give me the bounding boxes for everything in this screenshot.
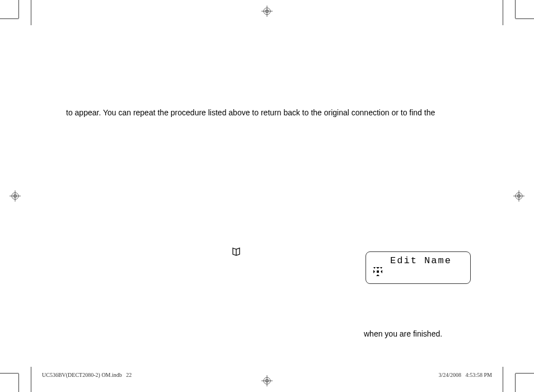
display-title: Edit Name: [372, 255, 470, 266]
footer-filename: UC536BV(DECT2080-2) OM.indb: [42, 372, 122, 378]
svg-marker-28: [380, 267, 382, 269]
phone-display: Edit Name: [366, 251, 471, 284]
footer-right: 3/24/2008 4:53:58 PM: [438, 372, 492, 378]
crop-mark: [0, 18, 18, 19]
footer-page: 22: [126, 372, 132, 378]
registration-mark-icon: [10, 190, 21, 202]
registration-mark-icon: [513, 190, 524, 202]
lower-text: when you are finished.: [364, 329, 442, 338]
registration-mark-icon: [261, 6, 273, 17]
crop-mark: [31, 0, 31, 25]
footer-time: 4:53:58 PM: [465, 372, 492, 378]
crop-mark: [503, 0, 503, 25]
svg-marker-30: [381, 270, 382, 273]
registration-mark-icon: [261, 375, 273, 386]
crop-mark: [503, 367, 503, 392]
svg-marker-31: [376, 274, 380, 276]
crop-mark: [18, 374, 19, 392]
crop-mark: [0, 373, 18, 374]
cursor-indicator-icon: [372, 265, 384, 280]
footer-left: UC536BV(DECT2080-2) OM.indb 22: [42, 372, 132, 378]
crop-mark: [515, 374, 516, 392]
body-text: to appear. You can repeat the procedure …: [66, 108, 468, 117]
svg-marker-27: [373, 267, 376, 269]
crop-mark: [31, 367, 31, 392]
crop-mark: [515, 0, 516, 18]
svg-marker-26: [376, 267, 380, 269]
svg-marker-29: [373, 270, 375, 273]
svg-rect-25: [377, 270, 379, 273]
footer-date: 3/24/2008: [438, 372, 461, 378]
crop-mark: [18, 0, 19, 18]
crop-mark: [516, 18, 534, 19]
crop-mark: [516, 373, 534, 374]
book-icon: [232, 248, 240, 258]
